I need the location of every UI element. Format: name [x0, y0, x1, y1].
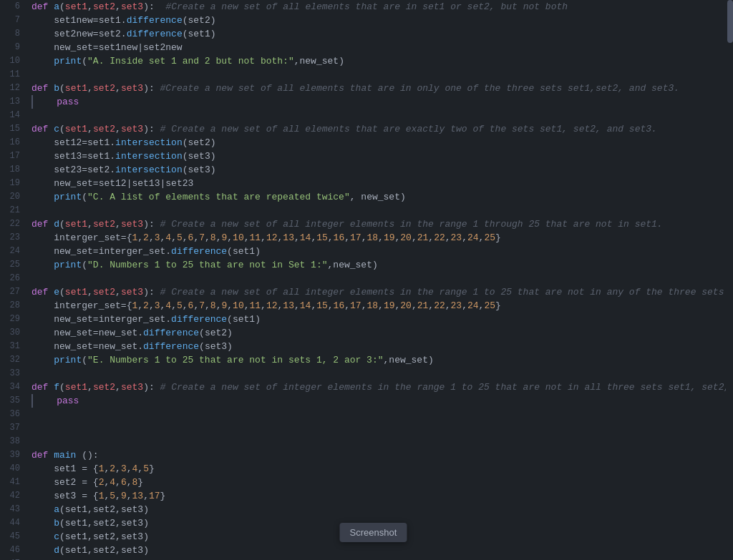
code-line-26: 26: [0, 272, 733, 285]
code-line-46: 46 d(set1,set2,set3): [0, 544, 733, 557]
code-line-37: 37: [0, 421, 733, 435]
code-line-39: 39 def main ():: [0, 448, 733, 462]
code-editor: 6 def a(set1,set2,set3): #Create a new s…: [0, 0, 733, 560]
line-num-9: 9: [0, 41, 29, 54]
code-line-6: 6 def a(set1,set2,set3): #Create a new s…: [0, 0, 733, 14]
line-content-46: d(set1,set2,set3): [29, 544, 733, 557]
line-content-17: set13=set1.intersection(set3): [29, 149, 733, 163]
line-num-7: 7: [0, 14, 29, 27]
code-line-10: 10 print("A. Inside set 1 and 2 but not …: [0, 54, 733, 68]
code-line-11: 11: [0, 68, 733, 82]
line-content-31: new_set=new_set.difference(set3): [29, 340, 733, 353]
line-content-35: pass: [29, 394, 733, 408]
line-num-33: 33: [0, 367, 29, 380]
line-num-11: 11: [0, 68, 29, 82]
code-line-24: 24 new_set=interger_set.difference(set1): [0, 245, 733, 258]
line-num-10: 10: [0, 54, 29, 68]
line-num-41: 41: [0, 476, 29, 489]
line-num-23: 23: [0, 231, 29, 245]
line-content-19: new_set=set12|set13|set23: [29, 177, 733, 190]
line-num-43: 43: [0, 503, 29, 516]
code-line-18: 18 set23=set2.intersection(set3): [0, 163, 733, 177]
code-line-31: 31 new_set=new_set.difference(set3): [0, 340, 733, 353]
line-num-27: 27: [0, 285, 29, 299]
line-content-34: def f(set1,set2,set3): # Create a new se…: [29, 380, 733, 394]
line-content-24: new_set=interger_set.difference(set1): [29, 245, 733, 258]
code-line-19: 19 new_set=set12|set13|set23: [0, 177, 733, 190]
code-line-22: 22 def d(set1,set2,set3): # Create a new…: [0, 217, 733, 231]
line-content-23: interger_set={1,2,3,4,5,6,7,8,9,10,11,12…: [29, 231, 733, 245]
code-line-36: 36: [0, 408, 733, 421]
line-content-32: print("E. Numbers 1 to 25 that are not i…: [29, 353, 733, 367]
line-num-36: 36: [0, 408, 29, 421]
line-content-16: set12=set1.intersection(set2): [29, 136, 733, 149]
code-line-41: 41 set2 = {2,4,6,8}: [0, 476, 733, 489]
line-num-47: 47: [0, 557, 29, 560]
code-line-21: 21: [0, 204, 733, 217]
line-num-25: 25: [0, 258, 29, 272]
line-num-45: 45: [0, 530, 29, 544]
code-line-13: 13 pass: [0, 95, 733, 109]
code-line-15: 15 def c(set1,set2,set3): # Create a new…: [0, 122, 733, 136]
line-content-12: def b(set1,set2,set3): #Create a new set…: [29, 82, 733, 95]
line-num-46: 46: [0, 544, 29, 557]
code-line-20: 20 print("C. A list of elements that are…: [0, 190, 733, 204]
line-num-38: 38: [0, 435, 29, 448]
line-content-27: def e(set1,set2,set3): # Create a new se…: [29, 285, 733, 299]
code-line-28: 28 interger_set={1,2,3,4,5,6,7,8,9,10,11…: [0, 299, 733, 313]
line-content-22: def d(set1,set2,set3): # Create a new se…: [29, 217, 733, 231]
code-line-34: 34 def f(set1,set2,set3): # Create a new…: [0, 380, 733, 394]
line-num-18: 18: [0, 163, 29, 177]
scrollbar[interactable]: [726, 0, 733, 560]
code-line-40: 40 set1 = {1,2,3,4,5}: [0, 462, 733, 476]
code-line-7: 7 set1new=set1.difference(set2): [0, 14, 733, 27]
code-line-9: 9 new_set=set1new|set2new: [0, 41, 733, 54]
code-line-25: 25 print("D. Numbers 1 to 25 that are no…: [0, 258, 733, 272]
line-content-8: set2new=set2.difference(set1): [29, 27, 733, 41]
line-content-40: set1 = {1,2,3,4,5}: [29, 462, 733, 476]
line-num-30: 30: [0, 326, 29, 340]
line-num-39: 39: [0, 448, 29, 462]
line-num-35: 35: [0, 394, 29, 408]
code-line-27: 27 def e(set1,set2,set3): # Create a new…: [0, 285, 733, 299]
code-line-29: 29 new_set=interger_set.difference(set1): [0, 313, 733, 326]
code-line-42: 42 set3 = {1,5,9,13,17}: [0, 489, 733, 503]
code-line-35: 35 pass: [0, 394, 733, 408]
line-num-44: 44: [0, 516, 29, 530]
line-num-37: 37: [0, 421, 29, 435]
line-content-13: pass: [29, 95, 733, 109]
line-num-20: 20: [0, 190, 29, 204]
code-line-14: 14: [0, 109, 733, 122]
line-num-21: 21: [0, 204, 29, 217]
line-num-19: 19: [0, 177, 29, 190]
code-lines: 6 def a(set1,set2,set3): #Create a new s…: [0, 0, 733, 560]
line-num-40: 40: [0, 462, 29, 476]
code-line-38: 38: [0, 435, 733, 448]
line-content-9: new_set=set1new|set2new: [29, 41, 733, 54]
line-num-34: 34: [0, 380, 29, 394]
line-num-12: 12: [0, 82, 29, 95]
line-num-42: 42: [0, 489, 29, 503]
code-line-12: 12 def b(set1,set2,set3): #Create a new …: [0, 82, 733, 95]
line-content-43: a(set1,set2,set3): [29, 503, 733, 516]
line-content-10: print("A. Inside set 1 and 2 but not bot…: [29, 54, 733, 68]
code-line-33: 33: [0, 367, 733, 380]
line-num-31: 31: [0, 340, 29, 353]
scrollbar-thumb[interactable]: [727, 0, 733, 43]
code-line-16: 16 set12=set1.intersection(set2): [0, 136, 733, 149]
line-content-15: def c(set1,set2,set3): # Create a new se…: [29, 122, 733, 136]
code-line-30: 30 new_set=new_set.difference(set2): [0, 326, 733, 340]
line-content-30: new_set=new_set.difference(set2): [29, 326, 733, 340]
code-line-47: 47 e(set1,set2,set3): [0, 557, 733, 560]
code-line-8: 8 set2new=set2.difference(set1): [0, 27, 733, 41]
line-num-17: 17: [0, 149, 29, 163]
line-content-20: print("C. A list of elements that are re…: [29, 190, 733, 204]
line-num-15: 15: [0, 122, 29, 136]
line-content-29: new_set=interger_set.difference(set1): [29, 313, 733, 326]
line-content-41: set2 = {2,4,6,8}: [29, 476, 733, 489]
code-line-43: 43 a(set1,set2,set3): [0, 503, 733, 516]
screenshot-tooltip: Screenshot: [339, 523, 407, 542]
code-line-23: 23 interger_set={1,2,3,4,5,6,7,8,9,10,11…: [0, 231, 733, 245]
line-content-47: e(set1,set2,set3): [29, 557, 733, 560]
line-num-16: 16: [0, 136, 29, 149]
